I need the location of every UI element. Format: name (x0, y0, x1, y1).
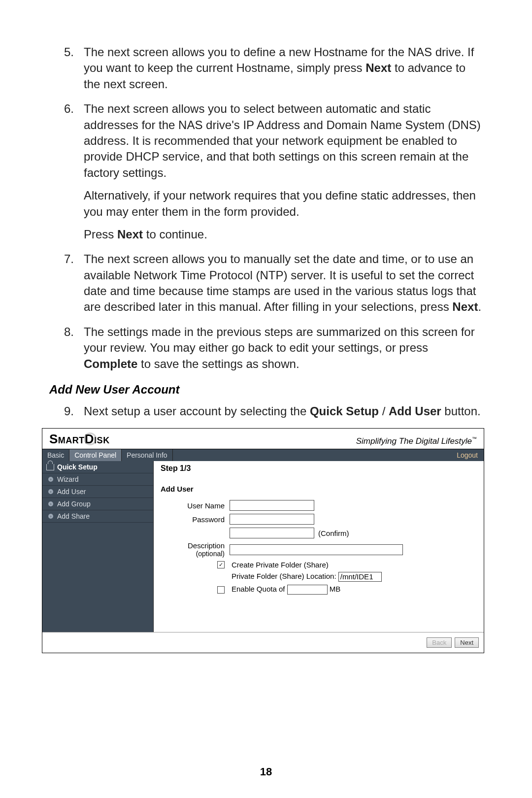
step-body: Next setup a user account by selecting t… (84, 403, 483, 419)
input-username[interactable] (230, 500, 314, 511)
input-quota[interactable] (287, 585, 328, 595)
step-body: The settings made in the previous steps … (84, 324, 483, 372)
sidebar-item-add-group[interactable]: › Add Group (42, 498, 153, 510)
nas-admin-screenshot: SmartDisk Simplifying The Digital Lifest… (42, 428, 484, 653)
top-tabs: Basic Control Panel Personal Info Logout (42, 449, 484, 461)
manual-step: 8.The settings made in the previous step… (49, 324, 483, 372)
step-paragraph: The settings made in the previous steps … (84, 324, 483, 372)
sidebar-item-add-share[interactable]: › Add Share (42, 510, 153, 523)
manual-list-a: 5.The next screen allows you to define a… (49, 44, 483, 372)
label-create-private-folder: Create Private Folder (Share) (230, 561, 329, 569)
step-body: The next screen allows you to define a n… (84, 44, 483, 92)
step-number: 9. (49, 403, 84, 419)
step-number: 7. (49, 251, 84, 315)
step-body: The next screen allows you to manually s… (84, 251, 483, 315)
chevron-right-icon: › (48, 477, 53, 482)
step-paragraph: Next setup a user account by selecting t… (84, 403, 483, 419)
manual-step: 6.The next screen allows you to select b… (49, 101, 483, 242)
checkbox-enable-quota[interactable] (217, 586, 225, 594)
app-header: SmartDisk Simplifying The Digital Lifest… (42, 429, 484, 449)
lock-icon (46, 464, 54, 470)
tab-control-panel[interactable]: Control Panel (69, 449, 122, 461)
content-pane: Step 1/3 Add User User Name Password (Co… (154, 461, 484, 632)
sidebar-item-add-user[interactable]: › Add User (42, 486, 153, 498)
input-private-folder-location[interactable]: /mnt/IDE1 (338, 572, 382, 582)
manual-step: 9.Next setup a user account by selecting… (49, 403, 483, 419)
input-password[interactable] (230, 514, 314, 525)
label-confirm: (Confirm) (314, 529, 349, 537)
step-number: 5. (49, 44, 84, 92)
input-description[interactable] (230, 544, 403, 555)
label-private-folder-location: Private Folder (Share) Location: /mnt/ID… (230, 572, 382, 582)
step-paragraph: Alternatively, if your network requires … (84, 188, 483, 220)
step-paragraph: Press Next to continue. (84, 227, 483, 242)
step-paragraph: The next screen allows you to manually s… (84, 251, 483, 315)
step-number: 6. (49, 101, 84, 242)
chevron-right-icon: › (48, 489, 53, 494)
tab-personal-info[interactable]: Personal Info (122, 449, 173, 461)
label-password: Password (161, 515, 230, 524)
checkbox-create-private-folder[interactable]: ✓ (217, 561, 225, 568)
step-paragraph: The next screen allows you to define a n… (84, 44, 483, 92)
input-password-confirm[interactable] (230, 528, 314, 538)
next-button[interactable]: Next (455, 637, 479, 648)
manual-step: 5.The next screen allows you to define a… (49, 44, 483, 92)
chevron-right-icon: › (48, 514, 53, 519)
section-title: Add New User Account (49, 383, 483, 397)
step-indicator: Step 1/3 (161, 464, 477, 473)
tab-basic[interactable]: Basic (42, 449, 69, 461)
label-username: User Name (161, 501, 230, 510)
step-body: The next screen allows you to select bet… (84, 101, 483, 242)
tagline: Simplifying The Digital Lifestyle™ (356, 436, 477, 447)
chevron-right-icon: › (48, 501, 53, 506)
sidebar: Quick Setup › Wizard › Add User › Add Gr… (42, 461, 154, 632)
label-enable-quota: Enable Quota of MB (230, 585, 340, 595)
wizard-footer: Back Next (42, 632, 484, 653)
sidebar-item-wizard[interactable]: › Wizard (42, 473, 153, 486)
manual-list-b: 9.Next setup a user account by selecting… (49, 403, 483, 419)
page-number: 18 (0, 765, 532, 778)
label-description: Description (optional) (161, 541, 230, 558)
form-title: Add User (161, 485, 477, 493)
sidebar-heading: Quick Setup (42, 461, 153, 473)
manual-step: 7.The next screen allows you to manually… (49, 251, 483, 315)
brand-logo: SmartDisk (49, 432, 110, 447)
back-button[interactable]: Back (427, 637, 452, 648)
logout-link[interactable]: Logout (451, 449, 484, 461)
step-paragraph: The next screen allows you to select bet… (84, 101, 483, 181)
step-number: 8. (49, 324, 84, 372)
